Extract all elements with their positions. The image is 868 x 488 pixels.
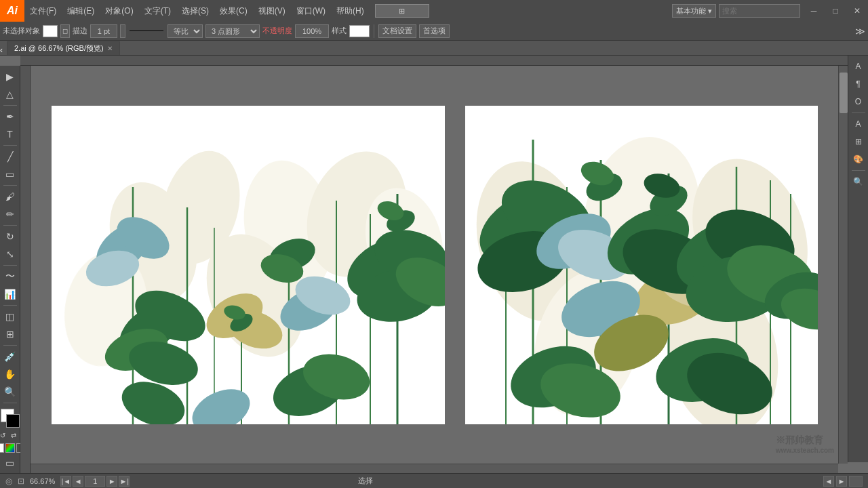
panel-btn-6[interactable]: 🎨 [850,151,867,167]
reset-colors[interactable]: ↺ [0,432,9,441]
tab-arrow-left[interactable]: ‹ [0,45,7,55]
first-page-btn[interactable]: |◄ [60,476,71,487]
panel-btn-4[interactable]: A [850,116,867,132]
title-bar: Ai 文件(F) 编辑(E) 对象(O) 文字(T) 选择(S) 效果(C) 视… [0,0,868,22]
watermark-url: www.xsteach.com [776,447,834,454]
artboard-1[interactable] [52,106,445,424]
pencil-tool[interactable]: ✏ [2,206,18,222]
line-tool[interactable]: ╱ [2,148,18,165]
swap-colors[interactable]: ⇄ [11,432,20,441]
page-view-btn[interactable]: ► [836,476,847,487]
page-input[interactable] [85,476,105,487]
watermark-brand: ※邢帅教育 [776,434,834,447]
stroke-selector[interactable]: ◻ [60,24,70,38]
pen-tool[interactable]: ✒ [2,108,18,125]
panel-btn-3[interactable]: O [850,94,867,110]
zoom-label: 66.67% [30,477,55,485]
gradient-tool[interactable]: ◫ [2,308,18,325]
vertical-scrollbar[interactable] [838,66,848,464]
style-label: 样式 [332,26,347,36]
canvas-area[interactable] [31,66,848,473]
menu-help[interactable]: 帮助(H) [331,0,370,22]
options-toolbar: 未选择对象 ◻ 描边 等比 3 点圆形 不透明度 样式 文档设置 首选项 ≫ [0,22,868,41]
mode-label: 选择 [358,476,373,486]
menu-window[interactable]: 窗口(W) [291,0,331,22]
vertical-scroll-thumb[interactable] [840,73,848,113]
graph-tool[interactable]: 📊 [2,286,18,302]
color-swatches [1,409,20,428]
panel-btn-7[interactable]: 🔍 [850,174,867,190]
color-mode-fill[interactable] [0,443,4,453]
menu-effect[interactable]: 效果(C) [214,0,253,22]
color-mode-gradient[interactable] [5,443,15,453]
menu-text[interactable]: 文字(T) [139,0,176,22]
preferences-btn[interactable]: 首选项 [419,24,450,38]
panel-btn-2[interactable]: ¶ [850,76,867,92]
rotate-tool[interactable]: ↻ [2,228,18,245]
view-controls: ◄ ► [823,476,863,487]
panel-btn-5[interactable]: ⊞ [850,134,867,150]
stroke-label: 描边 [73,26,87,36]
fill-swatch[interactable] [43,25,58,37]
background-color[interactable] [6,414,20,428]
toggle-view-btn[interactable]: ◄ [823,476,834,487]
opacity-input[interactable] [295,24,329,38]
menu-view[interactable]: 视图(V) [253,0,291,22]
artboard-btn[interactable] [849,476,863,487]
zoom-tool[interactable]: 🔍 [2,384,18,400]
point-shape-select[interactable]: 3 点圆形 [205,24,260,38]
artboards-container [31,66,838,464]
watermark: ※邢帅教育 www.xsteach.com [776,434,834,454]
select-tool[interactable]: ▶ [2,68,18,85]
menu-file[interactable]: 文件(F) [24,0,62,22]
screen-mode-btn[interactable]: ⊞ [375,4,429,18]
rect-tool[interactable]: ▭ [2,166,18,182]
search-input[interactable] [719,4,800,18]
panel-btn-1[interactable]: A [850,58,867,75]
close-button[interactable]: ✕ [846,0,868,22]
artboard-2-wrapper [465,106,818,424]
line-preview [130,30,163,31]
type-tool[interactable]: T [2,126,18,142]
horizontal-scrollbar[interactable] [31,464,838,473]
mesh-tool[interactable]: ⊞ [2,326,18,342]
style-swatch[interactable] [349,25,370,37]
status-icon-1[interactable]: ◎ [5,476,12,486]
toolbar-expand-btn[interactable]: ≫ [855,26,865,37]
workspace-dropdown[interactable]: 基本功能 ▾ [672,4,716,18]
stroke-width-dropdown[interactable] [120,24,125,38]
eyedropper-tool[interactable]: 💉 [2,348,18,365]
minimize-button[interactable]: ─ [803,0,825,22]
tab-document[interactable]: 2.ai @ 66.67% (RGB/预览) ✕ [7,41,120,55]
toolbox: ▶ △ ✒ T ╱ ▭ 🖌 ✏ ↻ ⤡ 〜 📊 ◫ ⊞ 💉 ✋ 🔍 ↺ ⇄ ▭ [0,66,20,486]
doc-settings-btn[interactable]: 文档设置 [378,24,416,38]
menu-bar: 文件(F) 编辑(E) 对象(O) 文字(T) 选择(S) 效果(C) 视图(V… [24,0,672,22]
right-panel: A ¶ O A ⊞ 🎨 🔍 [848,56,868,462]
no-selection-label: 未选择对象 [3,26,40,36]
tab-close-btn[interactable]: ✕ [107,45,113,52]
direct-select-tool[interactable]: △ [2,86,18,102]
tab-bar: ‹ 2.ai @ 66.67% (RGB/预览) ✕ [0,41,868,56]
warp-tool[interactable]: 〜 [2,268,18,285]
ruler-horizontal [20,56,848,66]
hand-tool[interactable]: ✋ [2,366,18,382]
paintbrush-tool[interactable]: 🖌 [2,188,18,205]
menu-edit[interactable]: 编辑(E) [62,0,100,22]
artboard-2[interactable] [465,106,818,424]
draw-mode-btn[interactable]: ▭ [2,455,18,471]
stroke-width-input[interactable] [90,24,117,38]
ruler-vertical [20,66,31,473]
maximize-button[interactable]: □ [825,0,846,22]
scale-tool[interactable]: ⤡ [2,246,18,262]
status-bar: ◎ ⊡ 66.67% |◄ ◄ ► ►| 选择 ◄ ► [0,473,868,488]
status-icon-2[interactable]: ⊡ [18,476,24,486]
menu-select[interactable]: 选择(S) [176,0,214,22]
next-page-btn[interactable]: ► [106,476,117,487]
menu-object[interactable]: 对象(O) [100,0,138,22]
app-logo: Ai [0,0,24,22]
stroke-style-select[interactable]: 等比 [167,24,203,38]
prev-page-btn[interactable]: ◄ [73,476,83,487]
last-page-btn[interactable]: ►| [119,476,130,487]
window-controls: ─ □ ✕ [803,0,868,22]
svg-point-38 [185,380,256,424]
